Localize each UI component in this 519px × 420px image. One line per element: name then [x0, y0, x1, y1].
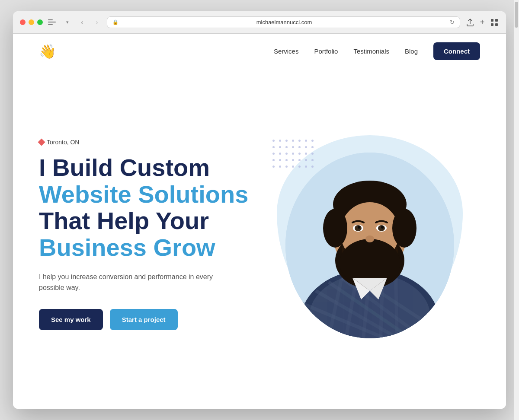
connect-button[interactable]: Connect — [433, 42, 480, 60]
grid-icon[interactable] — [490, 18, 499, 27]
person-avatar — [285, 153, 454, 338]
hero-buttons: See my work Start a project — [39, 309, 264, 330]
nav-testimonials[interactable]: Testimonials — [353, 48, 389, 55]
nav-links: Services Portfolio Testimonials Blog Con… — [274, 42, 480, 60]
traffic-lights — [20, 19, 43, 25]
website-content: 👋 Services Portfolio Testimonials Blog C… — [13, 34, 506, 409]
back-button[interactable]: ‹ — [77, 18, 87, 27]
svg-line-16 — [396, 276, 397, 338]
svg-point-24 — [392, 209, 416, 248]
dot-pattern — [272, 140, 314, 168]
svg-point-31 — [358, 226, 360, 229]
hero-title: I Build Custom Website Solutions That He… — [39, 154, 264, 261]
new-tab-icon[interactable]: + — [477, 18, 487, 27]
hero-description: I help you increase conversion and perfo… — [39, 271, 229, 293]
hero-title-line3: That Help Your — [39, 207, 209, 234]
lock-icon: 🔒 — [112, 19, 119, 25]
sidebar-toggle-icon[interactable] — [48, 18, 58, 27]
start-project-button[interactable]: Start a project — [110, 309, 178, 330]
nav-blog[interactable]: Blog — [405, 48, 418, 55]
hero-title-line4: Business Grow — [39, 234, 215, 261]
browser-actions: + — [465, 18, 499, 27]
location-text: Toronto, ON — [47, 139, 79, 146]
svg-point-33 — [365, 235, 374, 242]
nav-portfolio[interactable]: Portfolio — [314, 48, 338, 55]
logo[interactable]: 👋 — [39, 45, 56, 58]
close-button[interactable] — [20, 19, 26, 25]
minimize-button[interactable] — [29, 19, 34, 25]
share-icon[interactable] — [465, 18, 475, 27]
hero-section: Toronto, ON I Build Custom Website Solut… — [13, 69, 506, 409]
refresh-icon[interactable]: ↻ — [450, 19, 455, 25]
nav-services[interactable]: Services — [274, 48, 299, 55]
svg-point-32 — [381, 226, 384, 229]
location-icon — [38, 139, 45, 146]
svg-rect-0 — [491, 19, 493, 22]
see-my-work-button[interactable]: See my work — [39, 309, 103, 330]
fullscreen-button[interactable] — [37, 19, 43, 25]
hero-image-area — [264, 131, 463, 338]
svg-rect-3 — [495, 23, 498, 26]
svg-point-23 — [323, 209, 347, 248]
forward-button[interactable]: › — [92, 18, 102, 27]
hero-content: Toronto, ON I Build Custom Website Solut… — [39, 139, 264, 330]
hero-title-line1: I Build Custom — [39, 154, 210, 181]
url-text: michaelmannucci.com — [121, 19, 447, 25]
svg-rect-2 — [491, 23, 493, 26]
chevron-down-icon[interactable]: ▾ — [63, 18, 72, 27]
svg-rect-1 — [495, 19, 498, 22]
url-bar[interactable]: 🔒 michaelmannucci.com ↻ — [107, 16, 460, 28]
location-tag: Toronto, ON — [39, 139, 264, 146]
navigation: 👋 Services Portfolio Testimonials Blog C… — [13, 34, 506, 69]
browser-chrome: ▾ ‹ › 🔒 michaelmannucci.com ↻ + — [13, 11, 506, 34]
hero-title-line2: Website Solutions — [39, 181, 248, 208]
browser-window: ▾ ‹ › 🔒 michaelmannucci.com ↻ + — [13, 11, 506, 409]
